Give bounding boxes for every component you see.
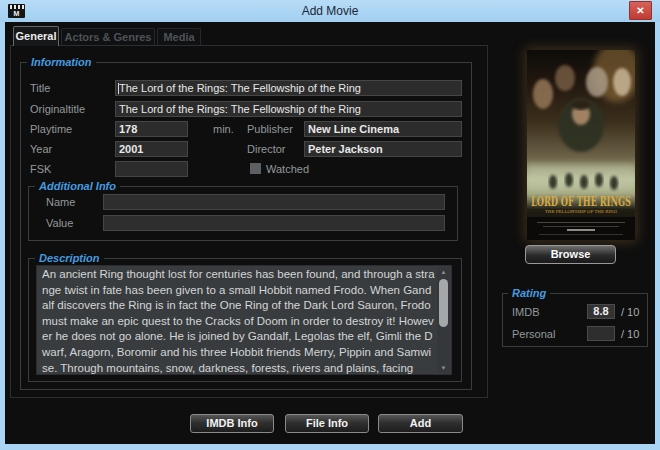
tab-actors-genres[interactable]: Actors & Genres — [61, 28, 155, 45]
file-info-button[interactable]: File Info — [285, 414, 369, 433]
tab-media[interactable]: Media — [157, 28, 201, 45]
file-info-button-label: File Info — [306, 417, 348, 429]
add-movie-window: M Add Movie ✕ General Actors & Genres Me… — [0, 0, 660, 450]
movie-poster: LORD OF THE RINGS THE FELLOWSHIP OF THE … — [527, 50, 635, 240]
poster-title: LORD OF THE RINGS — [531, 195, 631, 209]
director-input[interactable] — [304, 141, 462, 157]
playtime-input[interactable] — [115, 121, 188, 137]
description-textarea[interactable]: An ancient Ring thought lost for centuri… — [36, 265, 452, 375]
poster-subtitle: THE FELLOWSHIP OF THE RING — [545, 209, 617, 214]
playtime-label: Playtime — [30, 123, 72, 135]
add-button[interactable]: Add — [378, 414, 463, 433]
scroll-down-icon[interactable]: ▼ — [437, 363, 450, 373]
originaltitle-label: Originaltitle — [30, 103, 85, 115]
watched-checkbox[interactable] — [250, 163, 261, 174]
publisher-label: Publisher — [247, 123, 293, 135]
description-scrollbar[interactable]: ▲ ▼ — [437, 267, 450, 373]
browse-button-label: Browse — [551, 248, 591, 260]
director-label: Director — [247, 143, 286, 155]
year-input[interactable] — [115, 141, 188, 157]
titlebar[interactable]: M Add Movie ✕ — [0, 0, 660, 22]
title-label: Title — [30, 82, 50, 94]
additional-name-input[interactable] — [103, 194, 445, 210]
information-legend: Information — [27, 56, 96, 68]
playtime-unit-label: min. — [213, 123, 234, 135]
additional-value-input[interactable] — [103, 215, 445, 231]
year-label: Year — [30, 143, 52, 155]
imdb-rating-suffix: / 10 — [621, 306, 639, 318]
close-button[interactable]: ✕ — [629, 1, 652, 20]
text-caret — [118, 83, 119, 94]
publisher-input[interactable] — [304, 121, 462, 137]
personal-rating-suffix: / 10 — [621, 328, 639, 340]
window-title: Add Movie — [0, 0, 660, 22]
close-icon: ✕ — [636, 5, 644, 16]
scroll-up-icon[interactable]: ▲ — [437, 267, 450, 277]
description-legend: Description — [35, 252, 104, 264]
imdb-info-button-label: IMDB Info — [206, 417, 257, 429]
watched-label: Watched — [266, 163, 309, 175]
additional-name-label: Name — [46, 196, 75, 208]
imdb-info-button[interactable]: IMDB Info — [190, 414, 274, 433]
browse-button[interactable]: Browse — [525, 245, 616, 264]
additional-info-legend: Additional Info — [35, 180, 120, 192]
imdb-rating-label: IMDB — [512, 306, 540, 318]
add-button-label: Add — [410, 417, 431, 429]
tab-general[interactable]: General — [13, 26, 59, 46]
additional-value-label: Value — [46, 217, 73, 229]
fsk-input[interactable] — [115, 161, 188, 177]
personal-rating-label: Personal — [512, 328, 555, 340]
description-text: An ancient Ring thought lost for centuri… — [37, 266, 437, 374]
title-input[interactable] — [115, 80, 462, 96]
fsk-label: FSK — [30, 163, 51, 175]
originaltitle-input[interactable] — [115, 101, 462, 117]
rating-legend: Rating — [508, 287, 550, 299]
imdb-rating-value[interactable]: 8.8 — [587, 304, 615, 319]
scrollbar-thumb[interactable] — [439, 279, 448, 327]
personal-rating-input[interactable] — [587, 326, 615, 341]
